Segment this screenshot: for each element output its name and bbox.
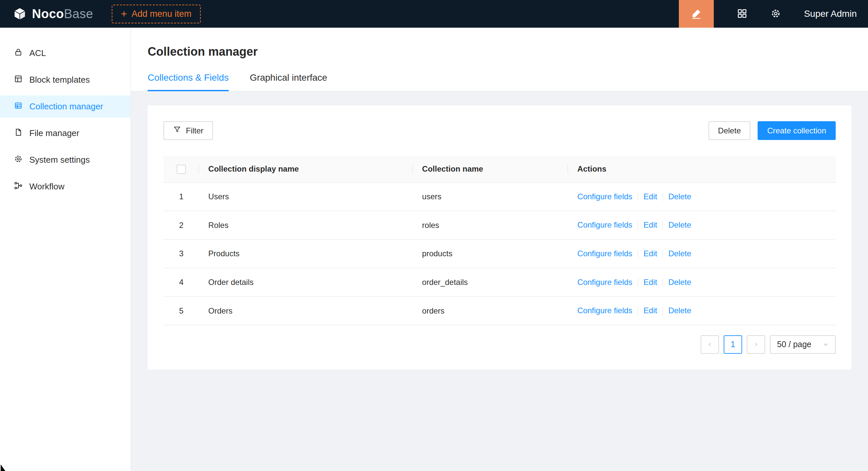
column-header-name: Collection name: [413, 156, 568, 182]
content-area: Filter Delete Create collection Coll: [131, 92, 868, 471]
configure-fields-link[interactable]: Configure fields: [577, 278, 632, 287]
toolbar-actions: Delete Create collection: [709, 121, 836, 140]
sidebar-item-label: Block templates: [29, 75, 90, 85]
collections-card: Filter Delete Create collection Coll: [148, 105, 851, 370]
layout-icon: [14, 74, 23, 86]
table-header-row: Collection display name Collection name …: [163, 156, 836, 182]
sidebar-item-file-manager[interactable]: File manager: [0, 122, 130, 144]
collection-name: roles: [413, 211, 568, 239]
edit-link[interactable]: Edit: [644, 278, 657, 287]
gear-icon: [771, 8, 781, 20]
configure-fields-link[interactable]: Configure fields: [577, 192, 632, 201]
file-icon: [14, 128, 23, 139]
page-size-value: 50 / page: [777, 340, 811, 349]
page-title: Collection manager: [148, 45, 851, 59]
nocobase-cube-icon: [12, 7, 27, 21]
action-divider: [638, 307, 638, 315]
table-row: 1 Users users Configure fieldsEditDelete: [163, 182, 836, 211]
delete-link[interactable]: Delete: [668, 249, 691, 258]
select-all-checkbox[interactable]: [177, 165, 186, 174]
collection-name: users: [413, 182, 568, 211]
workflow-icon: [14, 181, 23, 192]
column-header-actions: Actions: [568, 156, 836, 182]
sidebar-item-label: Collection manager: [29, 101, 103, 112]
screen-corner-artifact: [1, 464, 5, 471]
action-divider: [662, 250, 663, 259]
next-page-button[interactable]: [747, 335, 765, 354]
topbar: NocoBase + Add menu item: [0, 0, 868, 28]
ui-editor-button[interactable]: [679, 0, 714, 28]
gear-icon: [14, 155, 23, 166]
action-divider: [638, 278, 638, 287]
row-index: 2: [163, 211, 199, 239]
action-divider: [638, 250, 638, 259]
table-row: 4 Order details order_details Configure …: [163, 268, 836, 297]
edit-link[interactable]: Edit: [644, 306, 657, 315]
pagination: 1 50 / page: [163, 335, 836, 354]
brand-wordmark: NocoBase: [32, 7, 93, 21]
action-divider: [662, 307, 663, 315]
delete-link[interactable]: Delete: [668, 220, 691, 229]
current-user[interactable]: Super Admin: [804, 8, 857, 19]
tab-graphical-interface[interactable]: Graphical interface: [250, 72, 327, 91]
settings-button[interactable]: [771, 8, 781, 20]
sidebar-item-acl[interactable]: ACL: [0, 42, 130, 64]
sidebar-item-label: ACL: [29, 48, 46, 58]
sidebar-item-collection-manager[interactable]: Collection manager: [0, 96, 130, 117]
collection-table-icon: [14, 101, 23, 112]
sidebar-item-system-settings[interactable]: System settings: [0, 149, 130, 171]
row-index: 4: [163, 268, 199, 297]
sidebar-item-block-templates[interactable]: Block templates: [0, 69, 130, 91]
collection-name: order_details: [413, 268, 568, 297]
page-number-1[interactable]: 1: [724, 335, 742, 354]
edit-link[interactable]: Edit: [644, 249, 657, 258]
create-collection-button[interactable]: Create collection: [757, 121, 836, 140]
delete-button[interactable]: Delete: [709, 121, 750, 140]
column-header-display-name: Collection display name: [199, 156, 413, 182]
table-row: 3 Products products Configure fieldsEdit…: [163, 239, 836, 268]
action-divider: [662, 221, 663, 230]
delete-link[interactable]: Delete: [668, 192, 691, 201]
prev-page-button[interactable]: [701, 335, 719, 354]
delete-link[interactable]: Delete: [668, 278, 691, 287]
row-index: 3: [163, 239, 199, 268]
tabs: Collections & Fields Graphical interface: [148, 72, 851, 91]
sidebar-item-label: System settings: [29, 155, 90, 165]
collection-name: orders: [413, 296, 568, 325]
collection-name: products: [413, 239, 568, 268]
card-toolbar: Filter Delete Create collection: [163, 121, 836, 140]
add-menu-item-button[interactable]: + Add menu item: [112, 5, 201, 23]
configure-fields-link[interactable]: Configure fields: [577, 306, 632, 315]
edit-link[interactable]: Edit: [644, 220, 657, 229]
highlighter-pen-icon: [691, 8, 702, 20]
funnel-icon: [173, 126, 181, 136]
chevron-down-icon: [823, 340, 829, 349]
table-row: 5 Orders orders Configure fieldsEditDele…: [163, 296, 836, 325]
page-size-select[interactable]: 50 / page: [770, 335, 836, 354]
row-index: 1: [163, 182, 199, 211]
sidebar-item-label: File manager: [29, 128, 80, 138]
collections-table: Collection display name Collection name …: [163, 156, 836, 326]
lock-icon: [14, 48, 23, 59]
page-header: Collection manager Collections & Fields …: [131, 28, 868, 92]
sidebar-item-workflow[interactable]: Workflow: [0, 175, 130, 198]
plugins-button[interactable]: [737, 8, 747, 20]
collection-display-name: Products: [199, 239, 413, 268]
action-divider: [638, 221, 638, 230]
sidebar-item-label: Workflow: [29, 181, 64, 192]
tab-collections-and-fields[interactable]: Collections & Fields: [148, 72, 229, 91]
filter-button[interactable]: Filter: [163, 121, 213, 140]
collection-display-name: Users: [199, 182, 413, 211]
collection-display-name: Order details: [199, 268, 413, 297]
grid-appstore-icon: [737, 8, 747, 20]
row-index: 5: [163, 296, 199, 325]
configure-fields-link[interactable]: Configure fields: [577, 249, 632, 258]
topbar-actions: Super Admin: [679, 0, 868, 28]
delete-link[interactable]: Delete: [668, 306, 691, 315]
collection-display-name: Roles: [199, 211, 413, 239]
edit-link[interactable]: Edit: [644, 192, 657, 201]
nocobase-logo: NocoBase: [12, 7, 93, 21]
configure-fields-link[interactable]: Configure fields: [577, 220, 632, 229]
settings-sidebar: ACL Block templates Collection manager: [0, 28, 131, 471]
table-row: 2 Roles roles Configure fieldsEditDelete: [163, 211, 836, 239]
